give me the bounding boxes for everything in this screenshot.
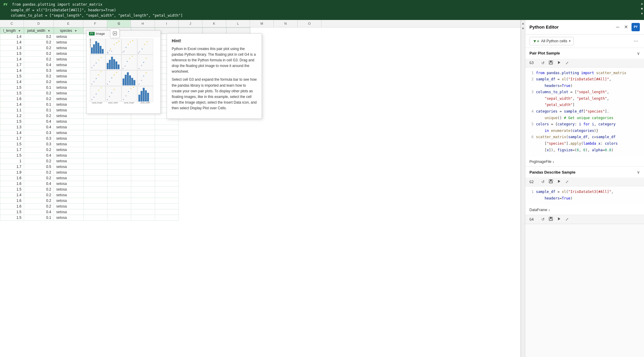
petal-width-cell[interactable]: 0.2 xyxy=(24,79,54,85)
petal-width-cell[interactable]: 0.3 xyxy=(24,130,54,135)
petal-length-cell[interactable]: 1.6 xyxy=(0,181,24,186)
expand-button-1[interactable]: ⤢ xyxy=(564,60,570,66)
petal-length-cell[interactable]: 1.6 xyxy=(0,96,24,102)
table-row[interactable]: 1.60.2setosa xyxy=(0,198,250,203)
petal-length-cell[interactable]: 1.7 xyxy=(0,164,24,169)
table-row[interactable]: 1.70.5setosa xyxy=(0,164,250,169)
petal-length-cell[interactable]: 1.4 xyxy=(0,68,24,73)
petal-width-cell[interactable]: 0.2 xyxy=(24,192,54,198)
petal-width-cell[interactable]: 0.1 xyxy=(24,215,54,220)
petal-length-cell[interactable]: 1.2 xyxy=(0,113,24,119)
petal-length-cell[interactable]: 1.4 xyxy=(0,130,24,135)
species-cell[interactable]: setosa xyxy=(54,96,84,102)
petal-length-cell[interactable]: 1.3 xyxy=(0,124,24,130)
species-cell[interactable]: setosa xyxy=(54,68,84,73)
save-button-1[interactable] xyxy=(548,60,554,66)
species-cell[interactable]: setosa xyxy=(54,147,84,152)
species-cell[interactable]: setosa xyxy=(54,79,84,85)
species-cell[interactable]: setosa xyxy=(54,135,84,141)
petal-width-cell[interactable]: 0.2 xyxy=(24,45,54,51)
petal-width-cell[interactable]: 0.4 xyxy=(24,124,54,130)
species-cell[interactable]: setosa xyxy=(54,102,84,107)
petal-width-cell[interactable]: 0.2 xyxy=(24,169,54,175)
more-options-button[interactable]: ··· xyxy=(632,37,640,45)
petal-length-cell[interactable]: 1.5 xyxy=(0,215,24,220)
petal-length-cell[interactable]: 1.5 xyxy=(0,85,24,90)
petal-width-cell[interactable]: 0.2 xyxy=(24,158,54,164)
petal-width-cell[interactable]: 0.2 xyxy=(24,186,54,192)
petal-width-cell[interactable]: 0.3 xyxy=(24,141,54,147)
species-cell[interactable]: setosa xyxy=(54,169,84,175)
petal-length-cell[interactable]: 1.6 xyxy=(0,203,24,209)
species-cell[interactable]: setosa xyxy=(54,107,84,113)
petal-width-cell[interactable]: 0.2 xyxy=(24,175,54,181)
species-cell[interactable]: setosa xyxy=(54,175,84,181)
pair-plot-section-header[interactable]: Pair Plot Sample ∨ xyxy=(525,48,644,59)
petal-length-cell[interactable]: 1.5 xyxy=(0,209,24,215)
petal-width-cell[interactable]: 0.4 xyxy=(24,152,54,158)
table-row[interactable]: 1.60.2setosa xyxy=(0,175,250,181)
petal-width-cell[interactable]: 0.2 xyxy=(24,147,54,152)
petal-length-cell[interactable]: 1.5 xyxy=(0,152,24,158)
species-cell[interactable]: setosa xyxy=(54,130,84,135)
species-cell[interactable]: setosa xyxy=(54,113,84,119)
species-cell[interactable]: setosa xyxy=(54,141,84,147)
species-cell[interactable]: setosa xyxy=(54,203,84,209)
petal-width-cell[interactable]: 0.2 xyxy=(24,198,54,203)
species-cell[interactable]: setosa xyxy=(54,73,84,79)
table-row[interactable]: 1.60.2setosa xyxy=(0,203,250,209)
species-cell[interactable]: setosa xyxy=(54,192,84,198)
petal-length-cell[interactable]: 1.4 xyxy=(0,34,24,39)
expand-button-2[interactable]: ⤢ xyxy=(564,179,570,185)
scroll-down-arrow[interactable]: ▼ xyxy=(641,11,643,16)
petal-width-cell[interactable]: 0.2 xyxy=(24,203,54,209)
petal-length-cell[interactable]: 1.5 xyxy=(0,51,24,56)
table-row[interactable]: 1.50.2setosa xyxy=(0,186,250,192)
petal-width-cell[interactable]: 0.4 xyxy=(24,62,54,68)
undo-button-3[interactable]: ↺ xyxy=(540,216,546,222)
petal-length-cell[interactable]: 1.3 xyxy=(0,45,24,51)
petal-width-cell[interactable]: 0.2 xyxy=(24,113,54,119)
petal-width-cell[interactable]: 0.2 xyxy=(24,56,54,62)
scroll-up-arrow[interactable]: ▲ xyxy=(641,1,643,6)
scroll-up-icon[interactable]: ▲ xyxy=(521,21,525,26)
petal-length-cell[interactable]: 1.7 xyxy=(0,147,24,152)
petal-width-cell[interactable]: 0.2 xyxy=(24,90,54,96)
close-button[interactable]: ✕ xyxy=(623,23,629,31)
petal-length-cell[interactable]: 1.5 xyxy=(0,73,24,79)
expand-button-3[interactable]: ⤢ xyxy=(564,216,570,222)
petal-length-cell[interactable]: 1.4 xyxy=(0,102,24,107)
petal-length-cell[interactable]: 1.5 xyxy=(0,186,24,192)
table-row[interactable]: 1.50.3setosa xyxy=(0,141,250,147)
petal-width-cell[interactable]: 0.3 xyxy=(24,68,54,73)
table-row[interactable]: 1.60.4setosa xyxy=(0,181,250,186)
species-cell[interactable]: setosa xyxy=(54,209,84,215)
species-cell[interactable]: setosa xyxy=(54,45,84,51)
species-cell[interactable]: setosa xyxy=(54,198,84,203)
formula-scroll[interactable]: ▲ ● ▼ xyxy=(641,1,643,16)
petal-width-cell[interactable]: 0.1 xyxy=(24,102,54,107)
petal-length-cell[interactable]: 1.9 xyxy=(0,169,24,175)
run-button-3[interactable] xyxy=(556,216,562,222)
petal-length-cell[interactable]: 1.4 xyxy=(0,56,24,62)
species-cell[interactable]: setosa xyxy=(54,152,84,158)
minimize-button[interactable]: ─ xyxy=(615,23,620,31)
petal-width-cell[interactable]: 0.3 xyxy=(24,135,54,141)
petal-length-cell[interactable]: 1.5 xyxy=(0,141,24,147)
table-row[interactable]: 1.50.4setosa xyxy=(0,119,250,124)
species-cell[interactable]: setosa xyxy=(54,90,84,96)
pair-plot-output-link[interactable]: PngImageFile › xyxy=(525,157,644,166)
species-cell[interactable]: setosa xyxy=(54,62,84,68)
species-cell[interactable]: setosa xyxy=(54,56,84,62)
petal-width-cell[interactable]: 0.5 xyxy=(24,164,54,169)
insert-data-button[interactable] xyxy=(110,29,120,38)
petal-width-cell[interactable]: 0.2 xyxy=(24,34,54,39)
table-row[interactable]: 1.70.3setosa xyxy=(0,135,250,141)
species-cell[interactable]: setosa xyxy=(54,119,84,124)
species-cell[interactable]: setosa xyxy=(54,215,84,220)
petal-length-cell[interactable]: 1.6 xyxy=(0,175,24,181)
save-button-2[interactable] xyxy=(548,179,554,185)
petal-width-cell[interactable]: 0.1 xyxy=(24,107,54,113)
table-row[interactable]: 1.50.4setosa xyxy=(0,209,250,215)
table-row[interactable]: 1.50.1setosa xyxy=(0,215,250,220)
